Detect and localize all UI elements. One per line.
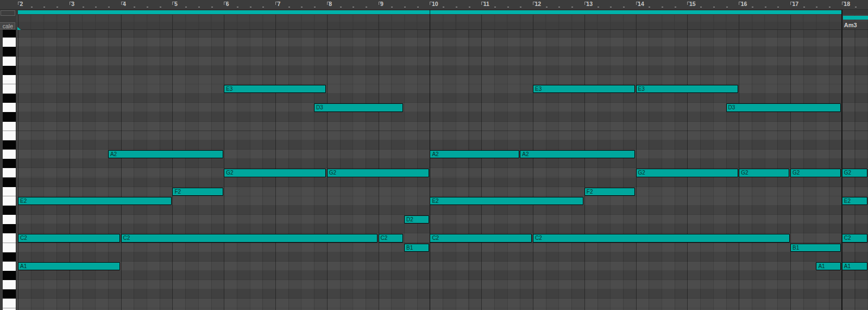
midi-note-b1[interactable]: B1 (404, 244, 429, 252)
piano-key-as2[interactable] (3, 140, 16, 150)
piano-key-d3[interactable] (3, 103, 16, 112)
midi-note-d2[interactable]: D2 (404, 215, 429, 224)
ruler-bar-number: 16 (741, 1, 747, 7)
piano-key-g2[interactable] (3, 168, 16, 177)
piano-key-a1[interactable] (3, 262, 16, 271)
grid-row-g3 (16, 57, 868, 66)
piano-key-gs2[interactable] (3, 159, 16, 168)
midi-note-d3[interactable]: D3 (314, 103, 403, 111)
ruler-beat-tick (160, 7, 161, 8)
midi-note-a2[interactable]: A2 (108, 150, 223, 158)
grid-row-gs1 (16, 271, 868, 280)
grid-row-b2 (16, 131, 868, 140)
piano-key-e1[interactable] (3, 308, 16, 310)
midi-note-label: A1 (818, 263, 825, 269)
midi-note-a1[interactable]: A1 (18, 262, 120, 270)
ruler-beat-tick (391, 7, 393, 8)
note-grid[interactable]: E3E3E3D3D3A2A2A2G2G2G2G2G2G2F2F2E2E2E2D2… (16, 30, 868, 310)
midi-note-e3[interactable]: E3 (533, 85, 635, 93)
midi-note-label: E3 (226, 86, 232, 92)
ruler-bar-number: 3 (71, 1, 74, 7)
midi-note-c2[interactable]: C2 (121, 234, 378, 242)
piano-key-gs3[interactable] (3, 47, 16, 56)
midi-note-g2[interactable]: G2 (739, 169, 789, 177)
piano-key-f1[interactable] (3, 299, 16, 308)
midi-note-g2[interactable]: G2 (224, 169, 326, 177)
piano-key-e3[interactable] (3, 84, 16, 94)
piano-key-g1[interactable] (3, 280, 16, 289)
ruler-beat-tick (95, 7, 97, 8)
ruler-beat-tick (700, 7, 702, 8)
piano-key-f2[interactable] (3, 187, 16, 196)
piano-key-gs1[interactable] (3, 271, 16, 280)
midi-note-d3[interactable]: D3 (726, 103, 841, 111)
header-left-box[interactable] (1, 10, 15, 16)
piano-key-ds2[interactable] (3, 206, 16, 215)
piano-key-cs3[interactable] (3, 112, 16, 121)
grid-row-c3 (16, 122, 868, 131)
piano-key-f3[interactable] (3, 75, 16, 84)
ruler-bar-number: 12 (535, 1, 542, 7)
midi-note-e2[interactable]: E2 (18, 197, 172, 205)
piano-key-as3[interactable] (3, 30, 16, 38)
piano-key-a3[interactable] (3, 38, 16, 47)
grid-row-b1 (16, 243, 868, 252)
midi-note-label: C2 (432, 235, 439, 241)
piano-key-e2[interactable] (3, 196, 16, 206)
ruler-beat-tick (571, 7, 573, 8)
midi-note-e2[interactable]: E2 (842, 197, 867, 205)
midi-note-g2[interactable]: G2 (842, 169, 867, 177)
piano-key-fs2[interactable] (3, 178, 16, 187)
midi-note-label: E2 (20, 198, 27, 204)
midi-note-c2[interactable]: C2 (18, 234, 120, 242)
ruler-beat-tick (675, 7, 676, 8)
ruler-bar-number: 2 (20, 1, 23, 7)
header-left-panel: cale (0, 10, 16, 30)
piano-key-c3[interactable] (3, 122, 16, 131)
next-clip-name[interactable]: Am3 (844, 22, 857, 29)
next-clip-bar[interactable] (843, 16, 868, 20)
ruler-beat-tick (597, 7, 599, 8)
midi-note-e3[interactable]: E3 (636, 85, 738, 93)
midi-note-g2[interactable]: G2 (327, 169, 429, 177)
midi-note-label: G2 (638, 170, 645, 176)
grid-row-ds3 (16, 94, 868, 103)
piano-key-b2[interactable] (3, 131, 16, 140)
midi-note-c2[interactable]: C2 (430, 234, 532, 242)
piano-key-ds3[interactable] (3, 94, 16, 103)
midi-note-label: F2 (174, 189, 181, 195)
midi-note-e3[interactable]: E3 (224, 85, 326, 93)
ruler-beat-tick (185, 7, 187, 8)
piano-key-g3[interactable] (3, 57, 16, 66)
ruler-beat-tick (469, 7, 470, 8)
piano-key-d2[interactable] (3, 215, 16, 224)
beat-time-ruler[interactable]: 23456789101112131415161718 (0, 0, 868, 10)
midi-note-a1[interactable]: A1 (842, 262, 867, 270)
midi-note-b1[interactable]: B1 (790, 244, 841, 252)
midi-note-e2[interactable]: E2 (430, 197, 583, 205)
piano-key-as1[interactable] (3, 252, 16, 262)
ruler-bar-number: 15 (689, 1, 696, 7)
ruler-bar-number: 11 (483, 1, 489, 7)
piano-key-fs1[interactable] (3, 289, 16, 299)
midi-note-c2[interactable]: C2 (842, 234, 867, 242)
piano-key-c2[interactable] (3, 233, 16, 243)
midi-note-c2[interactable]: C2 (379, 234, 404, 242)
midi-note-a2[interactable]: A2 (430, 150, 519, 158)
midi-note-f2[interactable]: F2 (172, 188, 223, 196)
scale-button[interactable]: cale (0, 22, 15, 30)
piano-key-cs2[interactable] (3, 224, 16, 233)
midi-note-g2[interactable]: G2 (790, 169, 841, 177)
piano-key-a2[interactable] (3, 150, 16, 159)
midi-note-label: D2 (406, 216, 413, 222)
midi-note-a1[interactable]: A1 (816, 262, 841, 270)
piano-key-fs3[interactable] (3, 66, 16, 75)
midi-note-f2[interactable]: F2 (584, 188, 635, 196)
ruler-bar-number: 6 (226, 1, 229, 7)
midi-note-c2[interactable]: C2 (533, 234, 790, 242)
midi-note-g2[interactable]: G2 (636, 169, 738, 177)
grid-row-e3 (16, 84, 868, 94)
midi-note-label: C2 (381, 235, 388, 241)
piano-key-b1[interactable] (3, 243, 16, 252)
midi-note-a2[interactable]: A2 (520, 150, 635, 158)
